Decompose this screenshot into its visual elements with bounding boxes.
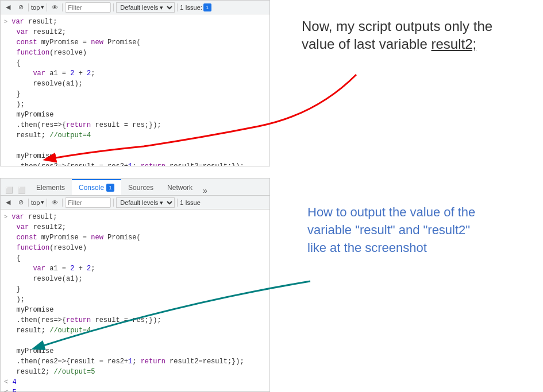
b-code-line-11: .then(res=>{return result = res;}); (4, 315, 266, 325)
chevron-down-icon: ▾ (41, 3, 44, 11)
b-code-line-8: } (4, 284, 266, 294)
code-line-12: result; //output=4 (4, 130, 266, 141)
b-code-line-15: .then(res2=>{result = res2+1; return res… (4, 356, 266, 367)
b-code-line-16: result2; //output=5 (4, 367, 266, 377)
code-line-1: > var result; (4, 17, 266, 27)
bottom-toolbar: ◀ ⊘ top ▾ 👁 Default levels ▾ 1 Issue (1, 196, 269, 209)
separator4 (113, 3, 114, 11)
annotation-bottom-text: How to output the value of the variable … (307, 205, 475, 255)
code-line-14: myPromise (4, 151, 266, 161)
devtools-top-panel: ◀ ⊘ top ▾ 👁 Default levels ▾ 1 Issue: 1 … (0, 0, 270, 166)
bottom-levels-select[interactable]: Default levels ▾ (116, 197, 175, 208)
tab-elements[interactable]: Elements (29, 179, 72, 195)
b-code-line-5: { (4, 253, 266, 263)
b-code-line-7: resolve(a1); (4, 274, 266, 284)
bottom-sep1 (28, 199, 29, 207)
cursor-icon[interactable]: ⬜ (4, 185, 14, 195)
bottom-context-selector[interactable]: top ▾ (31, 199, 44, 206)
code-line-2: var result2; (4, 27, 266, 37)
code-line-5: { (4, 58, 266, 68)
separator2 (47, 3, 47, 11)
top-toolbar: ◀ ⊘ top ▾ 👁 Default levels ▾ 1 Issue: 1 (1, 1, 269, 14)
more-tabs-button[interactable]: » (199, 186, 211, 195)
issue-badge[interactable]: 1 Issue: 1 (180, 3, 211, 11)
code-line-15: .then(res2=>{result = res2+1; return res… (4, 161, 266, 166)
code-line-10: myPromise (4, 110, 266, 120)
context-label: top (31, 4, 40, 11)
bottom-chevron-icon: ▾ (41, 199, 44, 206)
issue-label: 1 Issue: (180, 4, 202, 11)
b-code-line-10: myPromise (4, 305, 266, 315)
bottom-context-label: top (31, 199, 40, 206)
inspect-icon[interactable]: ⬜ (17, 185, 27, 195)
console-content-bottom: > var result; var result2; const myPromi… (1, 209, 269, 392)
tab-network[interactable]: Network (160, 179, 199, 195)
bottom-sep2 (47, 199, 47, 207)
bottom-filter-input[interactable] (65, 197, 111, 208)
back-button[interactable]: ◀ (3, 2, 13, 13)
issue-count-icon: 1 (203, 3, 211, 11)
b-code-line-12: result; //output=4 (4, 325, 266, 336)
b-code-line-3: const myPromise = new Promise( (4, 232, 266, 243)
bottom-stop-icon[interactable]: ⊘ (16, 197, 26, 208)
code-line-7: resolve(a1); (4, 79, 266, 89)
code-line-6: var a1 = 2 + 2; (4, 68, 266, 79)
b-code-line-13 (4, 336, 266, 346)
annotation-top: Now, my script outputs only the value of… (302, 17, 537, 53)
b-code-line-6: var a1 = 2 + 2; (4, 263, 266, 274)
levels-select[interactable]: Default levels ▾ (116, 2, 175, 13)
bottom-eye-icon[interactable]: 👁 (49, 197, 60, 208)
bottom-sep3 (62, 199, 63, 207)
devtools-bottom-panel: ⬜ ⬜ Elements Console 1 Sources Network »… (0, 178, 270, 392)
b-code-line-2: var result2; (4, 222, 266, 232)
bottom-sep5 (177, 199, 178, 207)
code-line-3: const myPromise = new Promise( (4, 37, 266, 48)
tab-console[interactable]: Console 1 (72, 179, 121, 195)
b-code-line-18: < 5 (4, 387, 266, 392)
code-line-13 (4, 141, 266, 151)
separator3 (62, 3, 63, 11)
context-selector[interactable]: top ▾ (31, 3, 44, 11)
b-code-line-4: function(resolve) (4, 243, 266, 253)
b-code-line-9: ); (4, 294, 266, 305)
filter-input[interactable] (65, 2, 111, 13)
separator5 (177, 3, 178, 11)
separator1 (28, 3, 29, 11)
bottom-issue-label: 1 Issue (180, 199, 200, 206)
b-code-line-1: > var result; (4, 212, 266, 222)
b-code-line-14: myPromise (4, 346, 266, 356)
console-content-top: > var result; var result2; const myPromi… (1, 14, 269, 166)
bottom-sep4 (113, 199, 114, 207)
annotation-result2-underline: result2; (431, 36, 476, 52)
code-line-9: ); (4, 99, 266, 110)
code-line-11: .then(res=>{return result = res;}); (4, 120, 266, 130)
b-code-line-17: < 4 (4, 377, 266, 387)
no-entry-icon[interactable]: ⊘ (16, 2, 26, 13)
bottom-issue-badge[interactable]: 1 Issue (180, 199, 200, 206)
tabs-bar: ⬜ ⬜ Elements Console 1 Sources Network » (1, 178, 269, 196)
eye-icon[interactable]: 👁 (49, 2, 60, 13)
code-line-4: function(resolve) (4, 48, 266, 58)
console-badge: 1 (106, 184, 114, 192)
tab-sources[interactable]: Sources (121, 179, 160, 195)
annotation-bottom: How to output the value of the variable … (307, 204, 537, 257)
annotation-top-text: Now, my script outputs only the value of… (302, 18, 492, 52)
bottom-back-button[interactable]: ◀ (3, 197, 13, 208)
code-line-8: } (4, 89, 266, 99)
